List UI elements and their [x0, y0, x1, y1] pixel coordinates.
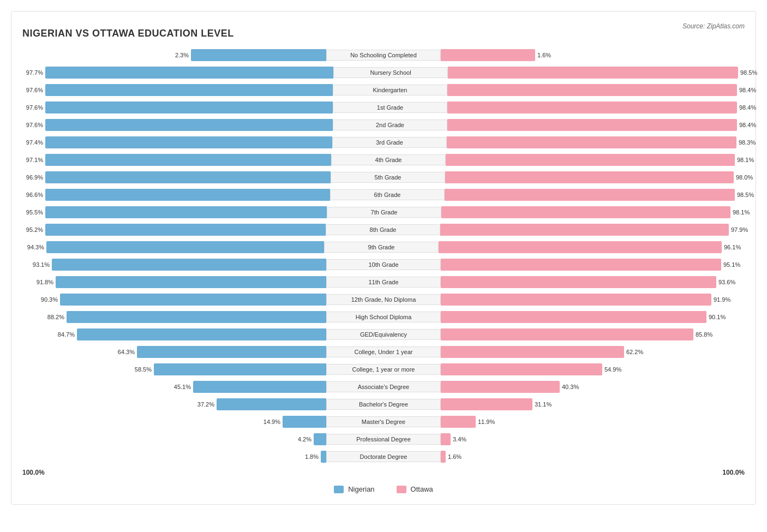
bar-blue	[45, 171, 331, 183]
bar-pink	[441, 416, 476, 428]
bar-blue	[52, 259, 326, 271]
bar-row: 97.1% 4th Grade 98.1%	[22, 152, 745, 168]
right-section: 96.1%	[439, 241, 745, 253]
axis-right: 100.0%	[722, 469, 745, 476]
left-value: 37.2%	[194, 401, 214, 408]
bar-pink	[445, 189, 735, 201]
bar-row: 45.1% Associate's Degree 40.3%	[22, 379, 745, 394]
left-value: 2.3%	[168, 52, 189, 58]
left-section: 97.1%	[22, 154, 331, 166]
bars-area: 2.3% No Schooling Completed 1.6% 97.7% N…	[22, 47, 745, 464]
bar-row: 96.9% 5th Grade 98.0%	[22, 170, 745, 185]
bar-blue	[46, 241, 324, 253]
bar-label: No Schooling Completed	[326, 50, 441, 61]
left-value: 95.2%	[22, 226, 43, 233]
bar-row: 4.2% Professional Degree 3.4%	[22, 432, 745, 447]
bar-blue	[191, 49, 326, 61]
bar-row: 2.3% No Schooling Completed 1.6%	[22, 47, 745, 63]
right-value: 98.4%	[739, 87, 760, 93]
left-value: 97.6%	[22, 122, 43, 128]
left-section: 1.8%	[22, 451, 326, 463]
bar-blue	[45, 189, 330, 201]
left-value: 96.9%	[22, 174, 43, 181]
right-section: 90.1%	[441, 311, 745, 323]
bar-pink	[448, 67, 738, 79]
bar-row: 88.2% High School Diploma 90.1%	[22, 309, 745, 325]
bar-row: 94.3% 9th Grade 96.1%	[22, 240, 745, 255]
legend: Nigerian Ottawa	[22, 485, 745, 493]
bar-pink	[441, 381, 560, 393]
right-value: 98.1%	[737, 157, 758, 163]
bar-pink	[440, 224, 729, 236]
bar-pink	[441, 259, 721, 271]
right-section: 54.9%	[441, 363, 745, 375]
axis-left: 100.0%	[22, 469, 45, 476]
right-section: 98.4%	[447, 84, 760, 96]
right-value: 31.1%	[535, 401, 555, 408]
bar-blue	[45, 67, 333, 79]
bar-row: 64.3% College, Under 1 year 62.2%	[22, 344, 745, 360]
left-value: 97.7%	[22, 69, 43, 76]
right-section: 62.2%	[441, 346, 745, 358]
right-section: 98.3%	[447, 136, 759, 148]
left-section: 14.9%	[22, 416, 326, 428]
chart-container: NIGERIAN VS OTTAWA EDUCATION LEVEL Sourc…	[11, 11, 756, 505]
bar-blue	[137, 346, 326, 358]
right-value: 3.4%	[453, 436, 474, 443]
bar-pink	[441, 363, 602, 375]
left-section: 93.1%	[22, 259, 326, 271]
left-section: 95.2%	[22, 224, 326, 236]
left-section: 94.3%	[22, 241, 324, 253]
left-value: 4.2%	[291, 436, 311, 443]
right-value: 98.5%	[737, 192, 758, 198]
right-value: 98.5%	[740, 69, 761, 76]
right-section: 98.4%	[447, 119, 760, 131]
right-section: 1.6%	[441, 451, 745, 463]
left-section: 97.6%	[22, 119, 333, 131]
left-value: 91.8%	[33, 279, 53, 285]
right-value: 1.6%	[537, 52, 558, 58]
right-value: 96.1%	[724, 244, 745, 250]
bar-blue	[45, 101, 333, 113]
bar-blue	[67, 311, 326, 323]
bar-label: High School Diploma	[326, 312, 441, 322]
left-value: 1.8%	[298, 453, 319, 460]
bar-label: Kindergarten	[333, 85, 447, 95]
bar-label: 9th Grade	[324, 242, 439, 253]
bar-pink	[445, 171, 734, 183]
right-section: 98.5%	[448, 67, 761, 79]
bar-row: 96.6% 6th Grade 98.5%	[22, 187, 745, 202]
left-section: 64.3%	[22, 346, 326, 358]
right-value: 95.1%	[723, 261, 744, 268]
bar-row: 14.9% Master's Degree 11.9%	[22, 414, 745, 429]
left-section: 4.2%	[22, 433, 326, 445]
bar-blue	[77, 328, 326, 340]
right-value: 98.3%	[739, 139, 759, 146]
bar-blue	[45, 119, 333, 131]
left-value: 84.7%	[54, 331, 75, 338]
bar-row: 1.8% Doctorate Degree 1.6%	[22, 449, 745, 464]
legend-item-nigerian: Nigerian	[334, 485, 374, 493]
left-value: 93.1%	[29, 261, 50, 268]
left-section: 97.7%	[22, 67, 333, 79]
right-section: 40.3%	[441, 381, 745, 393]
bar-label: 8th Grade	[326, 224, 440, 235]
bar-label: 2nd Grade	[333, 119, 447, 130]
bar-blue	[45, 136, 332, 148]
bar-label: College, Under 1 year	[326, 346, 441, 357]
bar-blue	[45, 84, 333, 96]
left-section: 95.5%	[22, 206, 327, 218]
bar-blue	[193, 381, 326, 393]
bar-blue	[45, 206, 327, 218]
bar-pink	[446, 154, 735, 166]
bar-pink	[441, 398, 532, 410]
left-section: 91.8%	[22, 276, 326, 288]
bar-blue	[321, 451, 326, 463]
right-section: 31.1%	[441, 398, 745, 410]
bar-row: 95.2% 8th Grade 97.9%	[22, 222, 745, 237]
left-value: 95.5%	[22, 209, 43, 216]
bar-label: Nursery School	[333, 67, 448, 78]
right-value: 62.2%	[626, 349, 647, 355]
left-value: 88.2%	[44, 314, 64, 320]
right-section: 97.9%	[440, 224, 752, 236]
